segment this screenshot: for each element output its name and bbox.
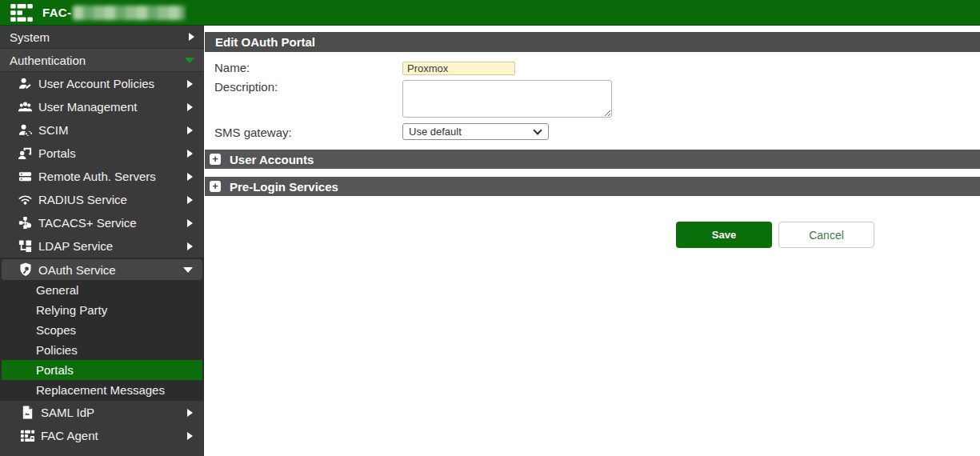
- brand-title: FAC-: [42, 6, 71, 19]
- sidebar-nav: System Authentication User Account Polic…: [0, 26, 204, 456]
- sidebar-item-fac-agent[interactable]: FAC Agent: [0, 424, 204, 447]
- sidebar-item-ldap-service[interactable]: LDAP Service: [0, 234, 204, 258]
- sidebar-item-label: LDAP Service: [38, 239, 187, 253]
- chevron-right-icon: [187, 409, 193, 417]
- network-nodes-icon: [18, 215, 33, 230]
- user-sync-icon: [18, 122, 33, 138]
- description-label: Description:: [214, 80, 278, 94]
- users-group-icon: [18, 99, 33, 114]
- section-label: User Accounts: [230, 153, 314, 166]
- chevron-right-icon: [187, 103, 193, 111]
- sidebar-item-scim[interactable]: SCIM: [0, 118, 204, 142]
- shield-key-icon: [18, 262, 34, 278]
- sidebar-item-label: Authentication: [10, 54, 185, 67]
- sidebar-subitem-policies[interactable]: Policies: [2, 340, 202, 360]
- sidebar-item-remote-auth-servers[interactable]: Remote Auth. Servers: [0, 165, 204, 188]
- sidebar-item-tacacs-service[interactable]: TACACS+ Service: [0, 211, 204, 234]
- fortiauthenticator-app: FAC- System Authentication User Account …: [0, 0, 980, 456]
- oauth-service-group: OAuth Service General Relying Party Scop…: [0, 258, 204, 401]
- chevron-right-icon: [187, 173, 193, 181]
- sidebar-item-label: User Account Policies: [38, 77, 187, 90]
- sidebar-subitem-scopes[interactable]: Scopes: [2, 320, 202, 340]
- sidebar-subitem-relying-party[interactable]: Relying Party: [2, 300, 202, 320]
- sidebar-subitem-replacement-messages[interactable]: Replacement Messages: [2, 380, 202, 400]
- user-portal-icon: [18, 146, 33, 161]
- user-policy-icon: [18, 76, 33, 91]
- sidebar-item-label: TACACS+ Service: [38, 216, 187, 230]
- sidebar-item-label: OAuth Service: [38, 263, 183, 277]
- main-content: Edit OAuth Portal Name: Description: SMS…: [204, 26, 980, 456]
- sidebar-item-label: User Management: [38, 100, 187, 114]
- chevron-right-icon: [187, 150, 193, 158]
- sidebar-item-system[interactable]: System: [0, 26, 204, 49]
- sms-gateway-select-wrap: Use default: [402, 123, 549, 140]
- chevron-right-icon: [189, 33, 194, 41]
- chevron-right-icon: [187, 219, 193, 227]
- sidebar-item-portals[interactable]: Portals: [0, 142, 204, 165]
- servers-icon: [18, 169, 33, 184]
- document-icon: [20, 405, 35, 420]
- page-title: Edit OAuth Portal: [205, 32, 980, 52]
- section-label: Pre-Login Services: [230, 180, 338, 194]
- sidebar-item-label: FAC Agent: [41, 429, 187, 442]
- chevron-down-icon: [183, 267, 193, 273]
- sidebar-item-saml-idp[interactable]: SAML IdP: [0, 401, 204, 424]
- wifi-icon: [18, 192, 33, 207]
- name-input[interactable]: [402, 62, 515, 75]
- sidebar-item-oauth-service[interactable]: OAuth Service: [2, 259, 202, 280]
- chevron-right-icon: [187, 126, 193, 134]
- chevron-right-icon: [187, 432, 193, 440]
- sidebar-item-label: Portals: [38, 146, 187, 160]
- fortinet-logo-icon: [10, 4, 33, 22]
- section-user-accounts[interactable]: + User Accounts: [205, 150, 980, 169]
- sidebar-subitem-general[interactable]: General: [2, 280, 202, 300]
- name-label: Name:: [214, 61, 250, 74]
- section-pre-login-services[interactable]: + Pre-Login Services: [205, 177, 980, 196]
- cancel-button[interactable]: Cancel: [778, 222, 874, 248]
- sms-gateway-select[interactable]: Use default: [402, 123, 549, 140]
- sidebar-item-label: SCIM: [38, 123, 187, 137]
- sidebar-item-user-management[interactable]: User Management: [0, 95, 204, 118]
- sidebar-item-label: Remote Auth. Servers: [38, 170, 187, 183]
- sidebar-item-label: System: [10, 30, 189, 44]
- hierarchy-icon: [18, 238, 33, 254]
- chevron-down-icon: [185, 58, 194, 63]
- top-bar: FAC-: [0, 0, 980, 26]
- sidebar-subitem-portals-selected[interactable]: Portals: [2, 360, 202, 380]
- sidebar-item-authentication[interactable]: Authentication: [0, 49, 204, 72]
- grid-agent-icon: [20, 428, 35, 443]
- sidebar-item-radius-service[interactable]: RADIUS Service: [0, 188, 204, 211]
- expand-plus-icon[interactable]: +: [210, 154, 221, 165]
- description-textarea[interactable]: [402, 80, 612, 118]
- sidebar-item-label: SAML IdP: [41, 406, 187, 419]
- save-button[interactable]: Save: [676, 222, 772, 248]
- chevron-right-icon: [187, 80, 193, 88]
- expand-plus-icon[interactable]: +: [210, 181, 221, 192]
- sms-gateway-label: SMS gateway:: [214, 126, 292, 139]
- sidebar-item-label: RADIUS Service: [38, 193, 187, 206]
- blurred-hostname: [73, 6, 185, 20]
- chevron-right-icon: [187, 242, 193, 250]
- chevron-right-icon: [187, 196, 193, 204]
- sidebar-item-user-account-policies[interactable]: User Account Policies: [0, 72, 204, 95]
